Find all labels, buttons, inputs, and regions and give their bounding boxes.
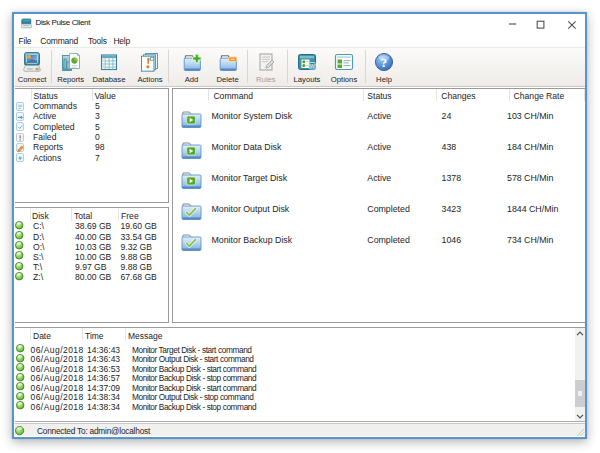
svg-text:W: W xyxy=(310,63,316,69)
svg-text:?: ? xyxy=(381,55,388,70)
